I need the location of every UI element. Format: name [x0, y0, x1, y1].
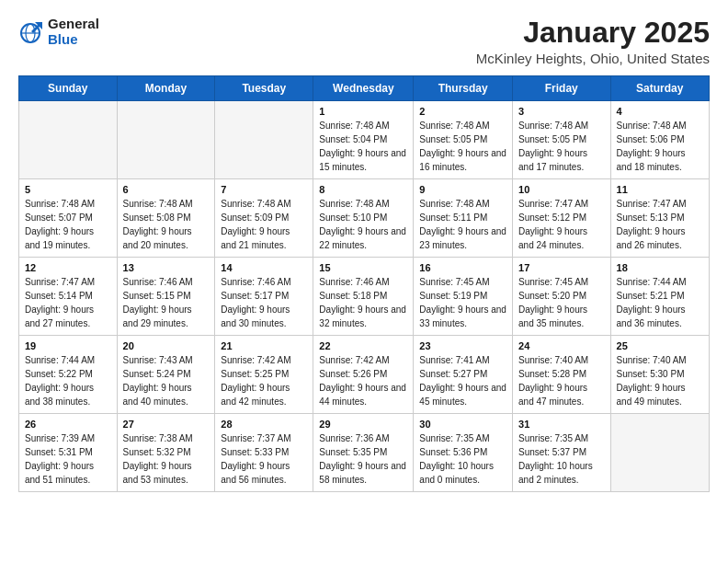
day-info: Sunrise: 7:44 AMSunset: 5:21 PMDaylight:…	[617, 275, 703, 330]
day-info: Sunrise: 7:47 AMSunset: 5:12 PMDaylight:…	[518, 197, 605, 252]
day-info: Sunrise: 7:35 AMSunset: 5:37 PMDaylight:…	[518, 431, 605, 487]
day-info: Sunrise: 7:40 AMSunset: 5:30 PMDaylight:…	[617, 353, 703, 408]
calendar-week-row: 26Sunrise: 7:39 AMSunset: 5:31 PMDayligh…	[19, 414, 710, 492]
day-number: 23	[419, 340, 506, 351]
calendar-cell	[610, 414, 709, 492]
day-number: 2	[419, 106, 506, 117]
day-info: Sunrise: 7:43 AMSunset: 5:24 PMDaylight:…	[123, 353, 210, 408]
calendar-header-row: SundayMondayTuesdayWednesdayThursdayFrid…	[19, 76, 710, 101]
day-number: 13	[123, 262, 210, 273]
calendar-cell: 9Sunrise: 7:48 AMSunset: 5:11 PMDaylight…	[414, 179, 513, 258]
day-number: 6	[123, 184, 210, 195]
day-info: Sunrise: 7:44 AMSunset: 5:22 PMDaylight:…	[25, 353, 111, 408]
month-title: January 2025	[476, 17, 710, 49]
day-info: Sunrise: 7:35 AMSunset: 5:36 PMDaylight:…	[419, 431, 506, 487]
calendar-cell: 19Sunrise: 7:44 AMSunset: 5:22 PMDayligh…	[19, 336, 118, 414]
calendar-week-row: 19Sunrise: 7:44 AMSunset: 5:22 PMDayligh…	[19, 336, 710, 414]
day-info: Sunrise: 7:48 AMSunset: 5:08 PMDaylight:…	[123, 197, 210, 252]
day-info: Sunrise: 7:45 AMSunset: 5:19 PMDaylight:…	[419, 275, 506, 330]
day-number: 3	[518, 106, 605, 117]
logo-text: General Blue	[48, 17, 99, 47]
day-number: 21	[221, 340, 307, 351]
day-number: 30	[419, 419, 506, 430]
location-title: McKinley Heights, Ohio, United States	[476, 51, 710, 66]
calendar-cell: 31Sunrise: 7:35 AMSunset: 5:37 PMDayligh…	[513, 414, 611, 492]
calendar-cell: 17Sunrise: 7:45 AMSunset: 5:20 PMDayligh…	[513, 258, 611, 336]
day-info: Sunrise: 7:46 AMSunset: 5:17 PMDaylight:…	[221, 275, 307, 330]
day-info: Sunrise: 7:47 AMSunset: 5:13 PMDaylight:…	[617, 197, 703, 252]
calendar-cell: 4Sunrise: 7:48 AMSunset: 5:06 PMDaylight…	[610, 101, 709, 179]
calendar-cell: 12Sunrise: 7:47 AMSunset: 5:14 PMDayligh…	[19, 258, 118, 336]
calendar-week-row: 5Sunrise: 7:48 AMSunset: 5:07 PMDaylight…	[19, 179, 710, 258]
day-number: 10	[518, 184, 605, 195]
calendar-week-row: 12Sunrise: 7:47 AMSunset: 5:14 PMDayligh…	[19, 258, 710, 336]
day-number: 4	[617, 106, 703, 117]
calendar-cell: 30Sunrise: 7:35 AMSunset: 5:36 PMDayligh…	[414, 414, 513, 492]
calendar-cell: 28Sunrise: 7:37 AMSunset: 5:33 PMDayligh…	[215, 414, 313, 492]
day-info: Sunrise: 7:48 AMSunset: 5:09 PMDaylight:…	[221, 197, 307, 252]
day-number: 31	[518, 419, 605, 430]
day-number: 17	[518, 262, 605, 273]
calendar-cell	[117, 101, 215, 179]
day-number: 9	[419, 184, 506, 195]
day-info: Sunrise: 7:48 AMSunset: 5:07 PMDaylight:…	[25, 197, 111, 252]
calendar-cell: 15Sunrise: 7:46 AMSunset: 5:18 PMDayligh…	[313, 258, 414, 336]
calendar-cell: 24Sunrise: 7:40 AMSunset: 5:28 PMDayligh…	[513, 336, 611, 414]
day-number: 7	[221, 184, 307, 195]
day-number: 24	[518, 340, 605, 351]
day-info: Sunrise: 7:40 AMSunset: 5:28 PMDaylight:…	[518, 353, 605, 408]
day-info: Sunrise: 7:47 AMSunset: 5:14 PMDaylight:…	[25, 275, 111, 330]
calendar-cell: 13Sunrise: 7:46 AMSunset: 5:15 PMDayligh…	[117, 258, 215, 336]
calendar-cell: 8Sunrise: 7:48 AMSunset: 5:10 PMDaylight…	[313, 179, 414, 258]
day-info: Sunrise: 7:46 AMSunset: 5:15 PMDaylight:…	[123, 275, 210, 330]
calendar-cell: 16Sunrise: 7:45 AMSunset: 5:19 PMDayligh…	[414, 258, 513, 336]
day-info: Sunrise: 7:37 AMSunset: 5:33 PMDaylight:…	[221, 431, 307, 487]
day-number: 29	[319, 419, 407, 430]
day-info: Sunrise: 7:38 AMSunset: 5:32 PMDaylight:…	[123, 431, 210, 487]
calendar-cell: 10Sunrise: 7:47 AMSunset: 5:12 PMDayligh…	[513, 179, 611, 258]
calendar-cell: 3Sunrise: 7:48 AMSunset: 5:05 PMDaylight…	[513, 101, 611, 179]
calendar-cell: 25Sunrise: 7:40 AMSunset: 5:30 PMDayligh…	[610, 336, 709, 414]
day-number: 26	[25, 419, 111, 430]
calendar-cell: 18Sunrise: 7:44 AMSunset: 5:21 PMDayligh…	[610, 258, 709, 336]
day-info: Sunrise: 7:41 AMSunset: 5:27 PMDaylight:…	[419, 353, 506, 408]
day-number: 27	[123, 419, 210, 430]
calendar-cell: 22Sunrise: 7:42 AMSunset: 5:26 PMDayligh…	[313, 336, 414, 414]
day-number: 8	[319, 184, 407, 195]
day-info: Sunrise: 7:48 AMSunset: 5:05 PMDaylight:…	[419, 119, 506, 174]
day-number: 25	[617, 340, 703, 351]
weekday-header: Monday	[117, 76, 215, 101]
day-number: 12	[25, 262, 111, 273]
weekday-header: Friday	[513, 76, 611, 101]
logo: General Blue	[18, 17, 99, 47]
calendar-cell: 5Sunrise: 7:48 AMSunset: 5:07 PMDaylight…	[19, 179, 118, 258]
weekday-header: Thursday	[414, 76, 513, 101]
day-number: 11	[617, 184, 703, 195]
day-info: Sunrise: 7:48 AMSunset: 5:04 PMDaylight:…	[319, 119, 407, 174]
day-number: 20	[123, 340, 210, 351]
calendar-cell: 11Sunrise: 7:47 AMSunset: 5:13 PMDayligh…	[610, 179, 709, 258]
calendar-cell: 29Sunrise: 7:36 AMSunset: 5:35 PMDayligh…	[313, 414, 414, 492]
day-number: 1	[319, 106, 407, 117]
calendar-cell: 1Sunrise: 7:48 AMSunset: 5:04 PMDaylight…	[313, 101, 414, 179]
day-info: Sunrise: 7:42 AMSunset: 5:26 PMDaylight:…	[319, 353, 407, 408]
weekday-header: Saturday	[610, 76, 709, 101]
day-info: Sunrise: 7:46 AMSunset: 5:18 PMDaylight:…	[319, 275, 407, 330]
calendar-cell: 6Sunrise: 7:48 AMSunset: 5:08 PMDaylight…	[117, 179, 215, 258]
logo-blue: Blue	[48, 32, 99, 48]
day-number: 28	[221, 419, 307, 430]
day-number: 22	[319, 340, 407, 351]
page-header: General Blue January 2025 McKinley Heigh…	[18, 17, 710, 66]
calendar-cell: 7Sunrise: 7:48 AMSunset: 5:09 PMDaylight…	[215, 179, 313, 258]
day-number: 5	[25, 184, 111, 195]
day-number: 18	[617, 262, 703, 273]
weekday-header: Tuesday	[215, 76, 313, 101]
day-info: Sunrise: 7:42 AMSunset: 5:25 PMDaylight:…	[221, 353, 307, 408]
weekday-header: Wednesday	[313, 76, 414, 101]
day-number: 16	[419, 262, 506, 273]
calendar-cell: 20Sunrise: 7:43 AMSunset: 5:24 PMDayligh…	[117, 336, 215, 414]
calendar-table: SundayMondayTuesdayWednesdayThursdayFrid…	[18, 75, 710, 492]
day-info: Sunrise: 7:48 AMSunset: 5:05 PMDaylight:…	[518, 119, 605, 174]
day-info: Sunrise: 7:48 AMSunset: 5:06 PMDaylight:…	[617, 119, 703, 174]
calendar-cell: 27Sunrise: 7:38 AMSunset: 5:32 PMDayligh…	[117, 414, 215, 492]
